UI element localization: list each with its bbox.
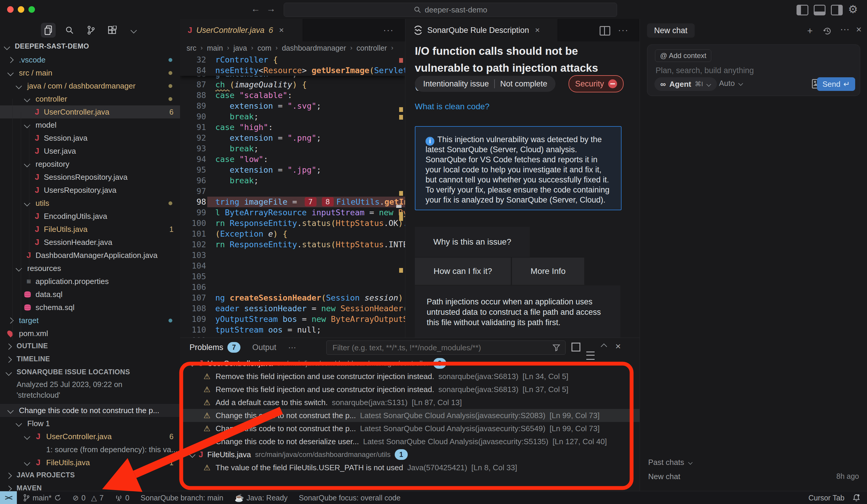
code-line[interactable]: 102rn ResponseEntity.status(HttpStatus.I… — [180, 239, 405, 250]
minimize-window-button[interactable] — [18, 6, 24, 13]
breadcrumb-item[interactable]: main — [207, 44, 223, 52]
ports-status[interactable]: 0 — [115, 494, 129, 502]
tab-new-chat[interactable]: New chat — [647, 23, 695, 37]
git-branch-status[interactable]: main* — [23, 494, 61, 502]
toggle-right-sidebar-icon[interactable] — [831, 5, 843, 15]
tree-item[interactable]: repository — [0, 158, 180, 171]
tree-item[interactable]: utils — [0, 197, 180, 210]
close-panel-icon[interactable]: × — [615, 341, 621, 352]
toggle-bottom-panel-icon[interactable] — [814, 5, 826, 15]
maximize-panel-icon[interactable] — [602, 344, 606, 350]
code-line[interactable]: 101(Exception e) { — [180, 229, 405, 239]
tree-item[interactable]: 1: source (from dependency): this va... — [0, 443, 180, 456]
code-line[interactable]: 98tring imageFile = 78FileUtils.getInsta… — [180, 197, 405, 207]
code-line[interactable]: 91case "high": — [180, 122, 405, 133]
tree-item[interactable]: JUsersRepository.java — [0, 184, 180, 197]
zoom-window-button[interactable] — [29, 6, 35, 13]
views-chevron-down-icon[interactable] — [126, 23, 141, 37]
code-line[interactable]: 100rn ResponseEntity.status(HttpStatus.O… — [180, 218, 405, 229]
problem-file-group[interactable]: JUserController.javasrc/main/java/com/da… — [180, 357, 640, 370]
tree-item[interactable]: JUser.java — [0, 144, 180, 158]
problems-status[interactable]: ⊘0 △7 — [73, 494, 104, 502]
code-editor[interactable]: 86g extension = "";87ch (imageQuality) {… — [180, 54, 405, 337]
navigate-forward-icon[interactable]: → — [267, 3, 276, 14]
close-chat-icon[interactable]: × — [856, 24, 862, 35]
code-line[interactable]: 87ch (imageQuality) { — [180, 79, 405, 90]
code-line[interactable]: 108eader sessionHeader = new SessionHead… — [180, 303, 405, 314]
explorer-icon[interactable] — [41, 23, 56, 37]
section-header[interactable]: TIMELINE — [0, 353, 180, 366]
tree-item[interactable]: src / main — [0, 66, 180, 79]
tree-item[interactable]: JEncodingUtils.java — [0, 210, 180, 223]
code-line[interactable]: 105 — [180, 271, 405, 282]
close-tab-icon[interactable]: × — [279, 25, 284, 35]
problem-file-group[interactable]: JFileUtils.javasrc/main/java/com/dashboa… — [180, 448, 640, 461]
tree-item[interactable]: JSessionHeader.java — [0, 236, 180, 249]
code-line[interactable]: 99l ByteArrayResource inputStream = new … — [180, 207, 405, 218]
problem-row[interactable]: ⚠Remove this field injection and use con… — [180, 383, 640, 396]
send-button[interactable]: Send↵ — [817, 77, 855, 91]
tree-item[interactable]: schema.sql — [0, 301, 180, 314]
navigate-back-icon[interactable]: ← — [251, 3, 260, 14]
toggle-left-sidebar-icon[interactable] — [796, 5, 809, 15]
code-line[interactable]: 109yOutputStream bos = new ByteArrayOutp… — [180, 314, 405, 324]
breadcrumb-item[interactable]: java — [233, 44, 247, 52]
collapse-all-icon[interactable] — [571, 343, 580, 352]
tab-more-info[interactable]: More Info — [512, 258, 584, 285]
tree-item[interactable]: ≡application.properties — [0, 275, 180, 288]
sonarqube-focus-status[interactable]: SonarQube focus: overall code — [299, 494, 400, 502]
code-line[interactable]: 89 extension = ".svg"; — [180, 101, 405, 111]
tree-item[interactable]: .vscode — [0, 53, 180, 66]
issue-location-badge[interactable]: 8 — [322, 197, 334, 206]
code-line[interactable]: 106 — [180, 282, 405, 292]
breadcrumb-item[interactable]: dashboardmanager — [282, 44, 346, 52]
past-chat-item[interactable]: New chat8h ago — [640, 470, 867, 484]
agent-mode-selector[interactable]: ∞ Agent ⌘I — [654, 77, 717, 91]
clean-code-link[interactable]: What is clean code? — [415, 102, 490, 111]
tree-item[interactable]: JFileUtils.java1 — [0, 223, 180, 236]
panel-tabs-more-icon[interactable]: ··· — [288, 343, 296, 352]
tree-item[interactable]: JDashboardManagerApplication.java — [0, 249, 180, 262]
tree-item[interactable]: JSession.java — [0, 131, 180, 144]
problem-row[interactable]: ⚠Add a default case to this switch.sonar… — [180, 396, 640, 409]
breadcrumb[interactable]: src›main›java›com›dashboardmanager›contr… — [186, 42, 400, 54]
cursor-tab-status[interactable]: Cursor Tab — [809, 494, 845, 502]
chat-input[interactable]: @ Add context Plan, search, build anythi… — [647, 44, 860, 96]
code-line[interactable]: 32rController { — [180, 54, 405, 65]
code-line[interactable]: 84nseEntity<Resource> getUserImage(Servl… — [180, 65, 405, 76]
breadcrumb-item[interactable]: src — [186, 44, 196, 52]
tree-item[interactable]: data.sql — [0, 288, 180, 301]
code-line[interactable]: 90 break; — [180, 111, 405, 122]
sonarqube-branch-status[interactable]: SonarQube branch: main — [141, 494, 223, 502]
tab-usercontroller-java[interactable]: J UserController.java 6 × — [180, 19, 303, 42]
new-chat-plus-icon[interactable]: + — [807, 25, 813, 36]
tab-how-can-i-fix-it[interactable]: How can I fix it? — [415, 258, 511, 285]
tree-item[interactable]: controller — [0, 93, 180, 105]
code-line[interactable]: 104 — [180, 260, 405, 271]
tab-sonarqube-rule-description[interactable]: SonarQube Rule Description × — [405, 19, 558, 42]
tree-item[interactable]: pom.xml — [0, 327, 180, 340]
command-center-search[interactable]: deeper-sast-demo — [284, 3, 617, 17]
extensions-icon[interactable] — [105, 23, 120, 37]
tab-problems[interactable]: Problems 7 — [190, 342, 240, 353]
model-selector[interactable]: Auto — [719, 79, 743, 88]
section-header[interactable]: MAVEN — [0, 482, 180, 491]
source-control-icon[interactable] — [84, 23, 98, 37]
code-line[interactable]: 111 — [180, 335, 405, 337]
code-line[interactable]: 103 — [180, 250, 405, 260]
breadcrumb-item[interactable]: controller — [356, 44, 387, 52]
chat-more-icon[interactable]: ··· — [840, 24, 849, 35]
remote-indicator[interactable]: >< — [0, 491, 17, 504]
tab-output[interactable]: Output — [252, 343, 276, 352]
tree-item[interactable]: Flow 1 — [0, 417, 180, 430]
java-status[interactable]: ☕ Java: Ready — [235, 494, 288, 502]
tab-why-is-this-an-issue[interactable]: Why is this an issue? — [415, 227, 530, 257]
split-editor-icon[interactable] — [600, 26, 610, 35]
problem-row[interactable]: ⚠The value of the field FileUtils.USER_P… — [180, 461, 640, 474]
explorer-root-header[interactable]: DEEPER-SAST-DEMO — [0, 40, 180, 53]
editor-more-actions-icon[interactable]: ··· — [383, 25, 394, 35]
chat-history-icon[interactable] — [823, 26, 832, 35]
tree-item[interactable]: JUserController.java6 — [0, 430, 180, 443]
tree-item[interactable]: target — [0, 314, 180, 327]
tree-item[interactable]: resources — [0, 262, 180, 275]
